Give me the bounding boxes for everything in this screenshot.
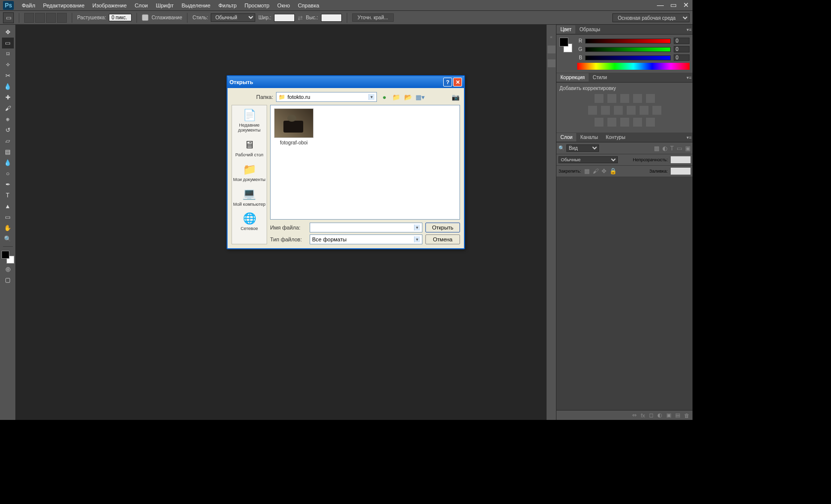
fill-field[interactable] [671,168,691,175]
maximize-button[interactable]: ▭ [667,0,680,10]
tab-layers[interactable]: Слои [556,133,576,141]
adj-vibrance-icon[interactable] [646,94,655,103]
menu-help[interactable]: Справка [294,1,323,10]
shape-tool[interactable]: ▭ [2,212,14,223]
dock-icon-1[interactable] [548,46,555,53]
hand-tool[interactable]: ✋ [2,223,14,233]
b-slider[interactable] [585,55,671,60]
filetype-select[interactable]: Все форматы ▾ [310,234,422,244]
g-value[interactable] [674,46,690,52]
new-group-icon[interactable]: ▣ [666,412,671,418]
file-item[interactable]: fotograf-oboi [274,108,314,145]
swap-icon[interactable]: ⇄ [298,15,303,21]
tab-color[interactable]: Цвет [556,25,575,34]
selection-intersect[interactable] [57,13,67,23]
refine-edge-button[interactable]: Уточн. край... [352,13,394,22]
dodge-tool[interactable]: ○ [2,168,14,179]
tab-adjustments[interactable]: Коррекция [556,73,589,82]
filter-adjust-icon[interactable]: ◐ [662,145,667,151]
crop-tool[interactable]: ✂ [2,70,14,81]
layer-mask-icon[interactable]: ◻ [649,412,653,418]
adj-hue-icon[interactable] [588,106,597,115]
lock-position-icon[interactable]: ✥ [601,168,606,174]
lock-pixels-icon[interactable]: 🖌 [593,168,599,174]
minimize-button[interactable]: — [654,0,667,10]
place-computer[interactable]: 💻 Мой компьютер [232,186,267,208]
menu-window[interactable]: Окно [274,1,294,10]
quickmask-toggle[interactable]: ◎ [2,264,14,275]
foreground-swatch[interactable] [1,251,9,259]
style-select[interactable]: Обычный [211,13,255,22]
zoom-tool[interactable]: 🔍 [2,233,14,244]
gradient-tool[interactable]: ▤ [2,146,14,157]
nav-view-icon[interactable]: ▦▾ [416,92,424,101]
tab-paths[interactable]: Контуры [602,133,629,141]
menu-select[interactable]: Выделение [178,1,214,10]
adj-threshold-icon[interactable] [620,118,629,127]
file-list[interactable]: fotograf-oboi [270,105,460,220]
menu-view[interactable]: Просмотр [240,1,273,10]
adj-colorbalance-icon[interactable] [601,106,610,115]
adj-invert-icon[interactable] [595,118,603,127]
adj-levels-icon[interactable] [607,94,616,103]
dialog-help-button[interactable]: ? [443,78,452,87]
filter-type-icon[interactable]: T [670,145,674,151]
type-tool[interactable]: T [2,190,14,201]
blend-mode-select[interactable]: Обычные [558,156,618,163]
filename-input[interactable]: ▾ [310,223,422,232]
selection-add[interactable] [35,13,45,23]
tab-channels[interactable]: Каналы [576,133,602,141]
blur-tool[interactable]: 💧 [2,157,14,168]
dock-icon-2[interactable] [548,59,555,67]
chevron-down-icon[interactable]: ▾ [414,236,420,242]
menu-image[interactable]: Изображение [89,1,131,10]
feather-input[interactable] [109,14,132,21]
b-value[interactable] [674,54,690,61]
history-brush-tool[interactable]: ↺ [2,125,14,136]
layer-fx-icon[interactable]: fx [641,412,645,418]
selection-subtract[interactable] [46,13,56,23]
place-mydocs[interactable]: 📁 Мои документы [232,162,267,183]
r-slider[interactable] [585,39,671,44]
filter-smart-icon[interactable]: ▣ [685,145,691,151]
nav-back-icon[interactable]: ● [380,92,389,101]
color-swatch-pair[interactable] [559,38,572,54]
layer-filter-select[interactable]: Вид [566,144,599,152]
lock-transparent-icon[interactable]: ▦ [584,168,590,174]
adj-selectivecolor-icon[interactable] [646,118,655,127]
new-layer-icon[interactable]: ▤ [675,412,680,418]
nav-newfolder-icon[interactable]: 📂 [404,92,413,101]
open-button[interactable]: Открыть [425,223,460,232]
eraser-tool[interactable]: ▱ [2,136,14,146]
workspace-select[interactable]: Основная рабочая среда [612,13,690,22]
menu-file[interactable]: Файл [18,1,39,10]
adj-curves-icon[interactable] [620,94,629,103]
close-button[interactable]: ✕ [680,0,692,10]
panel-menu-icon[interactable]: ▾≡ [687,75,692,80]
spectrum-bar[interactable] [577,63,690,70]
r-value[interactable] [674,38,690,44]
filter-shape-icon[interactable]: ▭ [677,145,682,151]
adj-exposure-icon[interactable] [633,94,642,103]
g-slider[interactable] [585,47,671,52]
delete-layer-icon[interactable]: 🗑 [684,412,690,418]
adj-bw-icon[interactable] [614,106,623,115]
move-tool[interactable]: ✥ [2,27,14,38]
tab-swatches[interactable]: Образцы [575,25,604,34]
selection-new[interactable] [24,13,34,23]
active-tool-icon[interactable]: ▭ [3,12,14,23]
menu-filter[interactable]: Фильтр [214,1,240,10]
path-selection-tool[interactable]: ▲ [2,201,14,212]
lasso-tool[interactable]: ⌑ [2,48,14,59]
dialog-close-button[interactable]: ✕ [453,78,462,87]
place-recent[interactable]: 📄 Недавние документы [232,107,267,134]
panel-menu-icon[interactable]: ▾≡ [687,135,692,140]
eyedropper-tool[interactable]: 💧 [2,81,14,92]
adj-channelmixer-icon[interactable] [640,106,648,115]
adj-gradientmap-icon[interactable] [633,118,642,127]
chevron-down-icon[interactable]: ▾ [369,94,374,100]
new-fill-layer-icon[interactable]: ◐ [657,412,662,418]
adj-brightness-icon[interactable] [595,94,603,103]
cancel-button[interactable]: Отмена [425,234,460,244]
dialog-titlebar[interactable]: Открыть ? ✕ [228,76,464,88]
